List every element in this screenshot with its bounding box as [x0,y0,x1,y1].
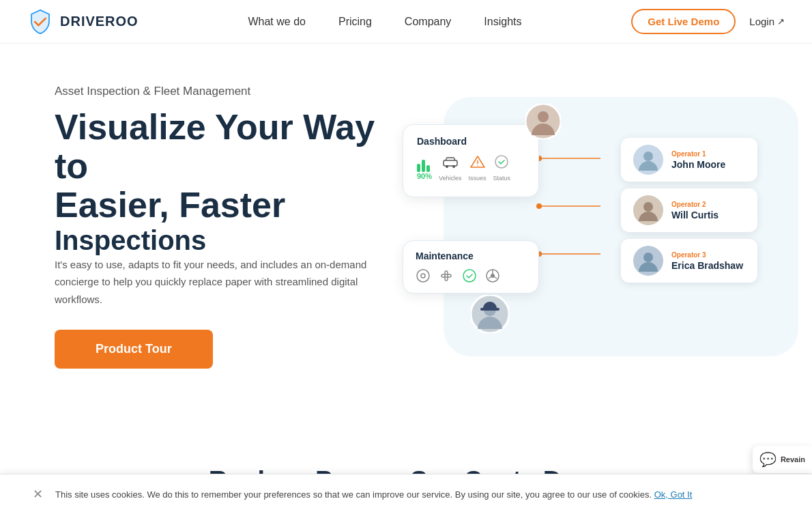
svg-rect-30 [480,308,499,311]
revain-label: Revain [781,455,805,463]
revain-icon: 💬 [759,451,777,468]
nav-insights[interactable]: Insights [484,16,521,28]
operator-card-1: Operator 1 John Moore [621,138,757,182]
navbar: DRIVEROO What we do Pricing Company Insi… [0,0,812,44]
cookie-text: This site uses cookies. We do this to re… [55,489,785,500]
operator-1-name: John Moore [671,159,725,170]
top-float-avatar [525,104,561,142]
svg-line-14 [489,277,491,279]
svg-point-32 [538,111,549,122]
nav-pricing[interactable]: Pricing [338,16,372,28]
svg-point-7 [421,274,425,278]
vehicles-icon: Vehicles [439,154,462,182]
issues-label: Issues [469,175,487,182]
operator-3-label: Operator 3 [671,251,743,259]
svg-point-1 [446,165,448,168]
svg-point-2 [452,165,455,168]
operator-3-name: Erica Bradshaw [671,260,743,271]
svg-rect-8 [441,274,451,277]
operators-panel: Operator 1 John Moore Operator 2 Will Cu… [621,138,757,283]
maintenance-card-title: Maintenance [416,251,526,261]
svg-point-10 [463,270,476,282]
driver-float-avatar [471,295,509,336]
status-label: Status [493,175,511,182]
issues-icon: Issues [469,154,487,182]
operator-1-avatar [633,145,663,175]
cookie-ok-link[interactable]: Ok, Got It [654,489,693,500]
nav-company[interactable]: Company [405,16,451,28]
product-tour-button[interactable]: Product Tour [55,330,213,369]
hero-title-line2: Easier, Faster [55,185,285,225]
cookie-banner: ✕ This site uses cookies. We do this to … [0,474,812,514]
svg-point-27 [643,253,653,262]
svg-point-5 [495,156,508,168]
hero-section: Asset Inspection & Fleet Management Visu… [0,44,812,410]
get-live-demo-button[interactable]: Get Live Demo [631,9,736,34]
hero-illustration: Dashboard 90% [403,97,757,356]
nav-what-we-do[interactable]: What we do [248,16,305,28]
hero-description: It's easy to use, adapts to fit your nee… [55,256,382,309]
svg-point-4 [477,165,478,167]
logo[interactable]: DRIVEROO [27,9,139,35]
operator-2-name: Will Curtis [671,210,719,220]
svg-rect-0 [444,160,457,166]
dashboard-card-title: Dashboard [417,136,525,147]
operator-2-info: Operator 2 Will Curtis [671,201,719,220]
logo-icon [27,9,53,35]
svg-line-15 [495,277,497,279]
steering-icon [485,268,500,283]
check-icon [462,268,477,283]
nav-links: What we do Pricing Company Insights [248,16,521,28]
dashboard-stat: 90% [417,172,432,180]
operator-3-info: Operator 3 Erica Bradshaw [671,251,743,271]
hero-left: Asset Inspection & Fleet Management Visu… [55,85,403,369]
operator-2-label: Operator 2 [671,201,719,208]
operator-3-avatar [633,246,663,276]
hero-subtitle: Asset Inspection & Fleet Management [55,85,403,98]
dashboard-card: Dashboard 90% [403,124,539,197]
settings-icon [416,268,431,283]
tool-icon [439,268,454,283]
hero-title-line3: Inspections [55,225,206,255]
stat-bar-icon: 90% [417,157,432,182]
svg-point-6 [417,270,429,282]
logo-text: DRIVEROO [60,14,139,29]
operator-2-avatar [633,195,663,225]
svg-point-25 [643,202,653,212]
maintenance-card: Maintenance [403,240,539,294]
operator-1-info: Operator 1 John Moore [671,150,725,170]
status-icon: Status [493,154,511,182]
operator-1-label: Operator 1 [671,150,725,158]
operator-card-3: Operator 3 Erica Bradshaw [621,239,757,283]
hero-title-line1: Visualize Your Way to [55,107,375,186]
svg-point-23 [643,152,653,161]
login-link[interactable]: Login ↗ [749,16,785,27]
revain-widget[interactable]: 💬 Revain [753,446,812,473]
cookie-close-button[interactable]: ✕ [27,484,48,504]
svg-rect-9 [445,271,448,281]
nav-right: Get Live Demo Login ↗ [631,9,785,34]
hero-title: Visualize Your Way to Easier, Faster Ins… [55,108,403,256]
operator-card-2: Operator 2 Will Curtis [621,188,757,232]
vehicles-label: Vehicles [439,175,462,182]
